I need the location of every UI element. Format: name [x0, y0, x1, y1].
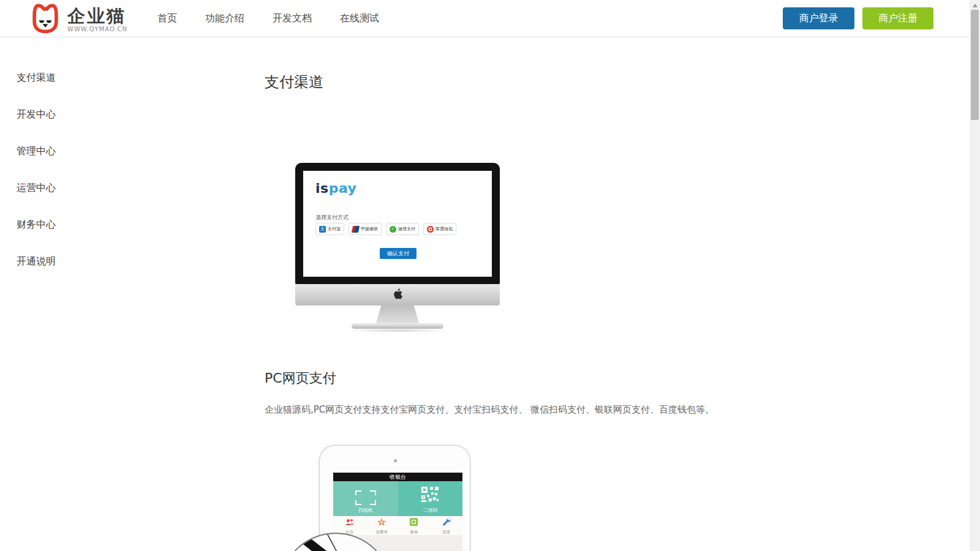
imac-shadow [345, 329, 450, 332]
vertical-scrollbar[interactable] [970, 0, 980, 551]
toolbar-settings: 设置 [430, 516, 462, 535]
sidebar-item-pay-channels[interactable]: 支付渠道 [17, 59, 127, 96]
sidebar: 支付渠道 开发中心 管理中心 运营中心 财务中心 开通说明 [17, 59, 127, 280]
cashier-titlebar: 收银台 [333, 473, 462, 481]
cat-logo-icon [29, 2, 61, 37]
merchant-register-button[interactable]: 商户注册 [862, 7, 933, 29]
confirm-pay-button: 确认支付 [380, 248, 417, 259]
header: 企业猫 WWW.QYMAO.CN 首页 功能介绍 开发文档 在线测试 商户登录 … [0, 0, 980, 37]
main-nav: 首页 功能介绍 开发文档 在线测试 [157, 0, 379, 37]
ispay-logo: ispay [315, 181, 356, 196]
apple-logo-icon [393, 288, 402, 302]
imac-chin [295, 284, 500, 305]
card-stripe [279, 533, 359, 551]
brand-name: 企业猫 [67, 7, 127, 25]
payment-option-baidu: 百度钱包 [423, 223, 456, 235]
unionpay-icon [352, 226, 360, 233]
scrollbar-thumb[interactable] [971, 10, 979, 120]
imac-stand [375, 305, 420, 325]
bill-icon [410, 517, 418, 528]
toolbar-bill: 账单 [398, 516, 431, 535]
brand-text: 企业猫 WWW.QYMAO.CN [67, 7, 127, 32]
magnifier-detail-line [326, 533, 353, 551]
cashier-toolbar: 会员 优惠券 账单 [333, 516, 462, 535]
scrollbar-up-arrow-icon[interactable] [970, 1, 980, 10]
member-people-icon [345, 517, 354, 528]
section-description: 企业猫源码,PC网页支付支持支付宝网页支付、支付宝扫码支付、 微信扫码支付、银联… [265, 404, 714, 416]
nav-item-docs[interactable]: 开发文档 [273, 12, 312, 25]
imac-frame: ispay 选择支付方式 支 支付宝 中国银联 ✓ 微信支付 百度钱包 [295, 163, 500, 284]
merchant-login-button[interactable]: 商户登录 [783, 7, 854, 29]
imac-screen: ispay 选择支付方式 支 支付宝 中国银联 ✓ 微信支付 百度钱包 [303, 171, 492, 277]
imac-illustration: ispay 选择支付方式 支 支付宝 中国银联 ✓ 微信支付 百度钱包 [295, 163, 500, 334]
alipay-icon: 支 [319, 226, 326, 233]
cashier-panels: 扫描枪 二维码 [333, 481, 462, 516]
payment-option-unionpay: 中国银联 [349, 223, 382, 235]
choose-payment-label: 选择支付方式 [315, 214, 349, 222]
page-title: 支付渠道 [265, 72, 323, 92]
nav-item-home[interactable]: 首页 [157, 12, 177, 25]
section-title: PC网页支付 [265, 369, 336, 388]
toolbar-coupon: 优惠券 [366, 516, 398, 535]
nav-item-online-test[interactable]: 在线测试 [340, 12, 379, 25]
payment-option-alipay: 支 支付宝 [315, 223, 344, 235]
brand-domain: WWW.QYMAO.CN [67, 26, 127, 32]
scan-gun-panel: 扫描枪 [333, 481, 398, 516]
sidebar-item-activation-guide[interactable]: 开通说明 [17, 243, 127, 280]
coupon-star-icon [377, 517, 386, 528]
sidebar-item-finance-center[interactable]: 财务中心 [17, 206, 127, 243]
qrcode-icon [421, 487, 439, 505]
wrench-icon [442, 517, 451, 528]
payment-option-wechat: ✓ 微信支付 [386, 223, 419, 235]
tablet-camera-dot [394, 459, 397, 462]
imac-base [352, 323, 443, 329]
brand-logo[interactable]: 企业猫 WWW.QYMAO.CN [29, 2, 127, 37]
payment-methods-row: 支 支付宝 中国银联 ✓ 微信支付 百度钱包 [315, 223, 456, 235]
sidebar-item-admin-center[interactable]: 管理中心 [17, 133, 127, 170]
baidu-wallet-icon [427, 226, 434, 233]
qrcode-panel: 二维码 [398, 481, 463, 516]
scan-frame-icon [355, 490, 376, 505]
nav-item-features[interactable]: 功能介绍 [205, 12, 244, 25]
wechat-pay-icon: ✓ [390, 226, 396, 233]
sidebar-item-operation-center[interactable]: 运营中心 [17, 170, 127, 206]
sidebar-item-dev-center[interactable]: 开发中心 [17, 96, 127, 133]
